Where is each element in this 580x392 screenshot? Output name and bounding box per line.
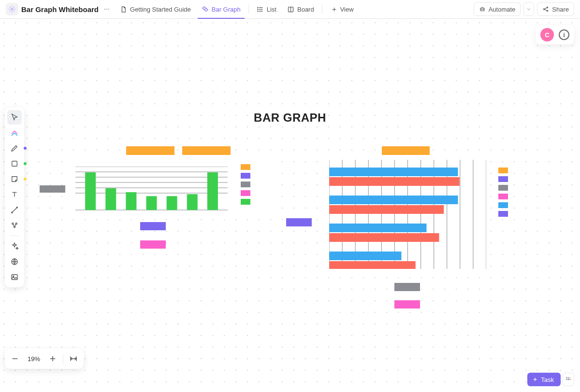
chart1-title-block-2[interactable] xyxy=(182,146,231,155)
svg-rect-46 xyxy=(566,379,567,380)
image-icon xyxy=(10,273,19,281)
minus-icon xyxy=(11,354,19,363)
square-icon xyxy=(10,159,19,168)
tool-image[interactable] xyxy=(7,270,22,284)
tab-getting-started[interactable]: Getting Started Guide xyxy=(116,0,195,19)
svg-line-21 xyxy=(545,8,547,9)
legend-swatch[interactable] xyxy=(498,176,508,182)
doc-page-icon xyxy=(120,6,127,13)
svg-rect-80 xyxy=(329,224,427,232)
svg-rect-56 xyxy=(85,172,96,210)
tool-text[interactable] xyxy=(7,187,22,202)
tab-separator xyxy=(248,5,249,14)
legend-swatch[interactable] xyxy=(241,164,250,170)
plus-icon xyxy=(48,354,57,363)
tab-board[interactable]: Board xyxy=(283,0,318,19)
share-icon xyxy=(542,6,549,13)
svg-point-31 xyxy=(14,226,15,228)
plus-icon xyxy=(331,6,337,13)
doc-menu-button[interactable] xyxy=(102,5,111,14)
pen-icon xyxy=(10,144,19,153)
presence-panel: C i xyxy=(536,25,574,44)
tab-label: Bar Graph xyxy=(212,6,241,13)
board-icon xyxy=(287,6,294,13)
chart1-legend[interactable] xyxy=(241,164,250,205)
add-view-button[interactable]: View xyxy=(326,6,359,13)
zoom-separator xyxy=(63,353,63,364)
share-button[interactable]: Share xyxy=(537,2,574,16)
zoom-fit-button[interactable] xyxy=(65,350,82,367)
components-icon xyxy=(10,221,19,230)
legend-swatch[interactable] xyxy=(241,182,250,187)
legend-swatch[interactable] xyxy=(498,185,508,191)
tab-separator xyxy=(322,5,322,14)
tool-web[interactable] xyxy=(7,254,22,269)
tool-sticky[interactable] xyxy=(7,172,22,186)
svg-point-18 xyxy=(544,9,545,10)
list-icon xyxy=(257,6,264,13)
tool-connector[interactable] xyxy=(7,203,22,217)
svg-rect-47 xyxy=(568,379,569,380)
tool-components[interactable] xyxy=(7,218,22,233)
svg-rect-33 xyxy=(12,275,17,280)
svg-rect-60 xyxy=(167,196,177,210)
legend-swatch[interactable] xyxy=(498,211,508,217)
chart1-x-axis-label-1[interactable] xyxy=(140,222,166,230)
tab-bar-graph[interactable]: Bar Graph xyxy=(198,0,245,19)
tab-label: Getting Started Guide xyxy=(130,6,191,13)
tool-shape[interactable] xyxy=(7,156,22,171)
zoom-out-button[interactable] xyxy=(7,350,23,367)
text-icon xyxy=(10,190,19,199)
svg-point-20 xyxy=(547,10,548,11)
chevron-down-icon xyxy=(526,6,532,12)
doc-icon xyxy=(6,3,18,15)
svg-rect-23 xyxy=(12,161,17,167)
chart1-y-axis-label[interactable] xyxy=(40,185,65,193)
chart1-x-axis-label-2[interactable] xyxy=(140,240,166,249)
svg-point-8 xyxy=(258,9,258,9)
legend-swatch[interactable] xyxy=(498,168,508,173)
tab-label: List xyxy=(267,6,276,13)
svg-point-0 xyxy=(11,8,13,10)
legend-swatch[interactable] xyxy=(241,199,250,205)
svg-point-3 xyxy=(108,9,109,10)
zoom-in-button[interactable] xyxy=(44,350,61,367)
svg-point-7 xyxy=(258,7,258,8)
whiteboard-title[interactable]: BAR GRAPH xyxy=(0,111,580,125)
chart2-title-block[interactable] xyxy=(382,146,430,155)
legend-swatch[interactable] xyxy=(241,190,250,196)
svg-rect-61 xyxy=(187,194,198,210)
svg-point-16 xyxy=(483,9,483,10)
legend-swatch[interactable] xyxy=(498,202,508,208)
sparkle-icon xyxy=(10,242,19,251)
share-label: Share xyxy=(552,6,569,13)
tool-clickup[interactable] xyxy=(7,126,22,140)
left-toolbar xyxy=(5,107,24,287)
info-button[interactable]: i xyxy=(559,29,569,40)
chart2-x-axis-label-1[interactable] xyxy=(394,283,420,291)
zoom-value[interactable]: 19% xyxy=(24,355,44,363)
automate-caret[interactable] xyxy=(523,2,534,16)
tab-list[interactable]: List xyxy=(253,0,280,19)
tab-label: Board xyxy=(297,6,314,13)
svg-rect-78 xyxy=(329,196,458,204)
task-button[interactable]: Task xyxy=(527,373,561,386)
tool-ai[interactable] xyxy=(7,239,22,253)
svg-rect-58 xyxy=(126,192,136,210)
legend-swatch[interactable] xyxy=(241,173,250,179)
chart2-y-axis-label[interactable] xyxy=(286,218,312,226)
avatar[interactable]: C xyxy=(540,28,554,42)
globe-icon xyxy=(10,257,19,266)
automate-button[interactable]: Automate xyxy=(474,2,521,16)
connector-icon xyxy=(10,206,19,214)
svg-point-15 xyxy=(481,9,481,10)
apps-button[interactable] xyxy=(563,373,574,386)
tool-pen[interactable] xyxy=(7,141,22,155)
chart1-plot[interactable] xyxy=(75,167,228,210)
chart2-legend[interactable] xyxy=(498,168,508,217)
chart2-plot[interactable] xyxy=(329,160,486,269)
legend-swatch[interactable] xyxy=(498,194,508,199)
chart2-x-axis-label-2[interactable] xyxy=(394,300,420,308)
svg-line-22 xyxy=(545,10,547,11)
chart1-title-block-1[interactable] xyxy=(126,146,174,155)
